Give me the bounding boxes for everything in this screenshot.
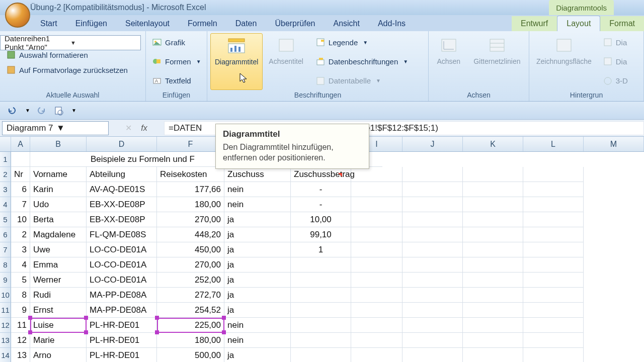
row-header[interactable]: 4 [0,197,11,212]
col-header[interactable]: L [523,137,584,151]
cell[interactable]: nein [224,197,291,212]
tab-addins[interactable]: Add-Ins [369,16,415,31]
cell[interactable] [403,273,463,288]
cell[interactable]: Ernst [30,303,87,318]
tab-seitenlayout[interactable]: Seitenlayout [116,16,179,31]
cell[interactable] [523,348,584,362]
row-header[interactable]: 13 [0,333,11,348]
cell[interactable] [463,227,523,242]
cell[interactable]: 12 [11,333,30,348]
data-labels-button[interactable]: Datenbeschriftungen▼ [312,55,411,68]
cell[interactable] [403,167,463,182]
cell[interactable]: 99,10 [291,227,351,242]
cell[interactable]: PL-HR-DE01 [87,333,157,348]
insert-formen-button[interactable]: Formen▼ [149,55,204,68]
cell[interactable] [291,273,351,288]
name-box[interactable]: Diagramm 7 ▼ [2,121,109,135]
cell[interactable]: Karin [30,182,87,197]
chart-element-selector[interactable]: Datenreihen1 Punkt "Arno" ▼ [0,35,141,50]
cell[interactable] [463,303,523,318]
chart-floor-button[interactable]: Dia [600,55,631,68]
header-cell[interactable]: Abteilung [87,167,157,182]
tab-start[interactable]: Start [31,16,66,31]
cell[interactable]: ja [224,257,291,273]
chevron-down-icon[interactable]: ▼ [25,108,30,113]
cell[interactable] [463,167,523,182]
cell[interactable]: 9 [11,303,30,318]
col-header[interactable]: F [157,137,224,151]
cell[interactable]: ja [224,227,291,242]
cell[interactable] [351,273,403,288]
tab-format[interactable]: Format [600,16,644,31]
cell[interactable]: 180,00 [157,197,224,212]
cell[interactable]: nein [224,333,291,348]
cell[interactable]: ja [224,242,291,257]
cell[interactable]: EB-XX-DE08P [87,212,157,227]
cell[interactable]: 448,20 [157,227,224,242]
cell[interactable]: Marie [30,333,87,348]
tab-layout[interactable]: Layout [557,16,600,31]
cell[interactable] [523,242,584,257]
cell[interactable] [403,303,463,318]
cell[interactable]: MA-PP-DE08A [87,288,157,303]
office-button[interactable] [5,3,30,28]
cell[interactable]: Udo [30,197,87,212]
col-header[interactable]: A [11,137,30,151]
cell[interactable] [463,257,523,273]
cell[interactable]: 225,00 [157,318,224,333]
cell[interactable]: 272,70 [157,288,224,303]
cell[interactable] [463,182,523,197]
cell[interactable]: Werner [30,273,87,288]
cell[interactable] [403,212,463,227]
cell[interactable] [403,333,463,348]
tab-formeln[interactable]: Formeln [179,16,226,31]
tab-uberprufen[interactable]: Überprüfen [266,16,324,31]
cell[interactable]: 254,52 [157,303,224,318]
cell[interactable] [291,257,351,273]
cell[interactable] [403,288,463,303]
cell[interactable] [403,257,463,273]
fx-icon[interactable]: fx [141,124,147,133]
cell[interactable] [403,182,463,197]
row-header[interactable]: 6 [0,227,11,242]
cell[interactable] [463,348,523,362]
tab-entwurf[interactable]: Entwurf [512,16,557,31]
cell[interactable]: - [291,197,351,212]
cell[interactable] [523,288,584,303]
cell[interactable] [523,318,584,333]
cell[interactable]: 8 [11,288,30,303]
axis-title-button[interactable]: Achsentitel [265,33,307,90]
row-header[interactable]: 11 [0,303,11,318]
cell[interactable]: ja [224,348,291,362]
data-table-button[interactable]: Datentabelle▼ [312,74,411,87]
cell[interactable]: Magdalene [30,227,87,242]
cell[interactable]: 177,66 [157,182,224,197]
tab-daten[interactable]: Daten [226,16,266,31]
cell[interactable] [11,152,30,167]
insert-textfeld-button[interactable]: A Textfeld [149,74,204,87]
cell[interactable] [523,273,584,288]
row-header[interactable]: 2 [0,167,11,182]
tab-ansicht[interactable]: Ansicht [324,16,368,31]
cell[interactable]: 11 [11,318,30,333]
chevron-down-icon[interactable]: ▼ [71,108,76,113]
cell[interactable] [463,318,523,333]
cell[interactable] [291,318,351,333]
cell[interactable] [291,333,351,348]
cell[interactable] [463,242,523,257]
select-all-corner[interactable] [0,137,11,151]
chart-title-button[interactable]: Diagrammtitel [210,33,263,90]
redo-button[interactable] [35,105,47,117]
cell[interactable]: 4 [11,257,30,273]
cell[interactable]: 270,00 [157,257,224,273]
header-cell[interactable]: Reisekosten [157,167,224,182]
cell[interactable] [291,303,351,318]
cell[interactable]: 450,00 [157,242,224,257]
col-header[interactable]: B [30,137,87,151]
cell[interactable] [403,318,463,333]
cell[interactable] [351,227,403,242]
cell[interactable]: PL-HR-DE01 [87,348,157,362]
col-header[interactable]: K [463,137,523,151]
worksheet-grid[interactable]: A B D F G H I J K L M 1Beispiele zu Form… [0,137,644,362]
cell[interactable]: LO-CO-DE01A [87,257,157,273]
